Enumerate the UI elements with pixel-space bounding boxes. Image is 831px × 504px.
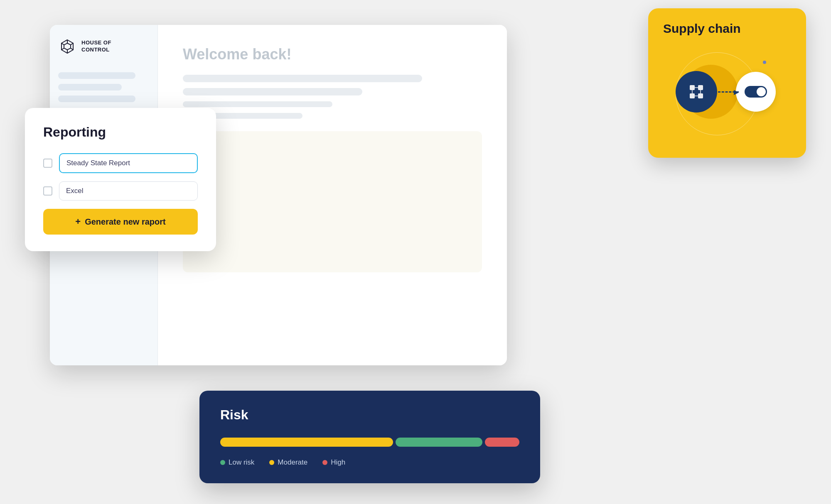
legend-dot-moderate [269,460,274,465]
risk-title: Risk [220,407,519,423]
sc-circle-left [676,71,717,113]
sc-arrow-icon: ▶ [734,88,739,96]
risk-legend: Low risk Moderate High [220,458,519,467]
risk-card: Risk Low risk Moderate High [199,391,540,483]
excel-input[interactable] [59,181,198,201]
checkbox-steady-state[interactable] [43,159,52,168]
risk-bar-row [220,438,519,447]
legend-dot-high [322,460,327,465]
content-bar [183,88,362,95]
svg-rect-8 [698,85,703,90]
steady-state-input[interactable] [59,153,198,173]
nodes-icon [686,82,706,102]
logo-area: HOUSE OF CONTROL [58,37,149,56]
legend-item-low: Low risk [220,458,254,467]
toggle-thumb [757,87,766,96]
svg-rect-10 [698,93,703,98]
legend-dot-low [220,460,225,465]
supply-chain-card: Supply chain ▶ [648,8,806,158]
sidebar-nav-item [58,72,135,79]
sc-circle-right [736,72,776,112]
checkbox-excel[interactable] [43,186,52,196]
generate-button-label: Generate new raport [85,217,166,227]
supply-chain-visual: ▶ [663,48,791,139]
plus-icon: + [75,216,81,227]
legend-label-high: High [331,458,345,467]
generate-button[interactable]: + Generate new raport [43,209,198,235]
reporting-title: Reporting [43,125,198,140]
reporting-card: Reporting + Generate new raport [25,108,216,251]
legend-label-moderate: Moderate [278,458,307,467]
risk-bar-high [485,438,519,447]
svg-rect-7 [690,85,695,90]
sidebar-nav-item [58,84,122,91]
welcome-title: Welcome back! [183,46,482,63]
content-block [183,131,482,272]
report-option-1 [43,153,198,173]
legend-item-high: High [322,458,345,467]
toggle-icon [745,86,767,98]
sc-dot [763,61,766,64]
content-bar [183,101,332,107]
svg-rect-9 [690,93,695,98]
logo-text: HOUSE OF CONTROL [81,39,111,54]
legend-item-moderate: Moderate [269,458,307,467]
content-bar [183,75,422,82]
sidebar-nav-item [58,95,135,102]
legend-label-low: Low risk [229,458,254,467]
supply-chain-title: Supply chain [663,22,791,36]
logo-icon [58,37,76,56]
risk-bar-moderate [220,438,393,447]
report-option-2 [43,181,198,201]
risk-bar-low [396,438,482,447]
